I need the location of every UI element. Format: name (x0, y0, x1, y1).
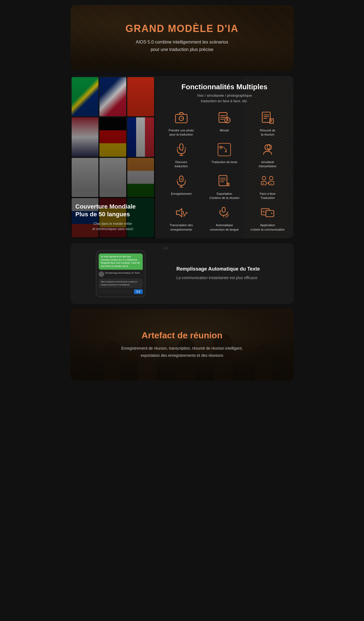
feature-resume-label: Résumé de la réunion (260, 128, 275, 137)
features-heading: Fonctionnalités Multiples (161, 83, 288, 91)
svg-rect-32 (219, 175, 227, 185)
feature-minute-label: Minute (220, 128, 229, 133)
feature-speech: 中 A Discours traduction (161, 141, 202, 169)
feature-app-label: Application croisée la communication (250, 223, 285, 232)
export-icon (215, 172, 233, 190)
feature-facetoface-label: Face à face Traduction (260, 192, 275, 200)
features-subheading: Voix / simultanée / photographique tradu… (161, 93, 288, 104)
phone-mockup: Je vous ajouterai en tant que nouveau co… (96, 250, 145, 297)
hero-section: GRAND MODÈLE D'IA AIOS 5.0 combine intel… (71, 5, 294, 71)
camera-icon: 中A (172, 109, 190, 127)
meeting-section: Artefact de réunion Enregistrement de ré… (71, 309, 294, 380)
feature-export-label: Exportation Contenu de la réunion (209, 192, 239, 200)
chat-bubble-sent: Je vous ajouterai en tant que nouveau co… (99, 253, 143, 270)
speech-icon: 中 A (172, 141, 190, 158)
feature-facetoface: 中 A Face à face Traduction (247, 172, 288, 200)
minute-icon (215, 109, 233, 127)
feature-transcription: Transcription des enregistrements (161, 204, 202, 232)
feature-textrans: 中 A Traduction de texte (204, 141, 245, 169)
chat-system-text: Remplissage Automatique du Texte (105, 271, 140, 274)
transcription-icon (172, 204, 190, 222)
feature-photo: 中A Prendre une photo pour la traduction (161, 109, 202, 137)
hero-subtitle: AIOS 5.0 combine intelligemment les scén… (136, 38, 228, 53)
svg-text:文: 文 (219, 210, 221, 212)
hero-title: GRAND MODÈLE D'IA (125, 23, 239, 34)
svg-rect-47 (222, 207, 225, 212)
feature-textrans-label: Traduction de texte (212, 160, 238, 164)
feature-photo-label: Prendre une photo pour la traduction (169, 128, 194, 137)
meeting-description: Enregistrement de réunion, transcription… (113, 345, 251, 359)
world-text: Couverture Mondiale Plus de 50 langues C… (76, 203, 150, 232)
meeting-content: Artefact de réunion Enregistrement de ré… (113, 330, 251, 359)
chat-title: Remplissage Automatique du Texte (176, 266, 288, 272)
record-icon (172, 172, 190, 190)
feature-auto: 文 A Automatique conversion de langue (204, 204, 245, 232)
world-subtitle: Chat dans le monde entier et communiquez… (76, 221, 150, 232)
svg-text:中: 中 (262, 182, 264, 184)
feature-minute: Minute (204, 109, 245, 137)
svg-text:A: A (270, 182, 272, 184)
svg-point-38 (262, 176, 266, 180)
textrans-icon: 中 A (215, 141, 233, 158)
svg-rect-52 (266, 210, 274, 217)
chat-avatar (99, 271, 104, 277)
simul-icon: ... (259, 141, 276, 158)
feature-simul-label: simultané interprétation (259, 160, 276, 169)
features-section: Couverture Mondiale Plus de 50 langues C… (71, 76, 294, 238)
meeting-title: Artefact de réunion (113, 330, 251, 341)
feature-export: Exportation Contenu de la réunion (204, 172, 245, 200)
chat-phone-panel: Je vous ajouterai en tant que nouveau co… (71, 243, 171, 304)
svg-text:中: 中 (219, 145, 223, 150)
chat-text-panel: Remplissage Automatique du Texte La comm… (171, 243, 294, 304)
svg-text:中A: 中A (180, 117, 184, 120)
feature-simul: ... simultané interprétation (247, 141, 288, 169)
chat-system-row: Remplissage Automatique du Texte (99, 271, 143, 277)
chat-send-row: 发送 (99, 289, 143, 294)
world-coverage-panel: Couverture Mondiale Plus de 50 langues C… (71, 76, 155, 238)
svg-rect-10 (262, 112, 270, 122)
feature-resume: Résumé de la réunion (247, 109, 288, 137)
feature-transcription-label: Transcription des enregistrements (170, 223, 193, 232)
chat-bubble-received: Mes contacts m'ont dit qu'il y avait un … (99, 279, 143, 288)
facetoface-icon: 中 A (259, 172, 276, 190)
svg-text:A: A (227, 212, 229, 214)
auto-icon: 文 A (215, 204, 233, 222)
svg-text:A: A (182, 149, 183, 152)
features-grid: 中A Prendre une photo pour la traduction (161, 109, 288, 232)
world-title: Couverture Mondiale Plus de 50 langues (76, 203, 150, 218)
resume-icon (259, 109, 276, 127)
svg-text:中: 中 (262, 210, 265, 213)
svg-point-39 (269, 176, 273, 180)
svg-text:A: A (225, 150, 227, 153)
svg-text:中: 中 (178, 147, 180, 149)
feature-app: 中 A Application croisée la communication (247, 204, 288, 232)
chat-description: La communication instantanée est plus ef… (176, 275, 288, 281)
send-button[interactable]: 发送 (134, 289, 143, 294)
features-grid-panel: Fonctionnalités Multiples Voix / simulta… (155, 76, 293, 238)
chat-section: Je vous ajouterai en tant que nouveau co… (71, 243, 294, 304)
svg-line-45 (184, 213, 187, 215)
svg-text:...: ... (268, 146, 270, 148)
app-icon: 中 A (259, 204, 276, 222)
svg-point-31 (180, 178, 182, 180)
feature-auto-label: Automatique conversion de langue (210, 223, 239, 232)
feature-speech-label: Discours traduction (175, 160, 188, 169)
feature-record: Enregistrement (161, 172, 202, 200)
svg-text:A: A (271, 212, 273, 215)
feature-record-label: Enregistrement (171, 192, 192, 196)
